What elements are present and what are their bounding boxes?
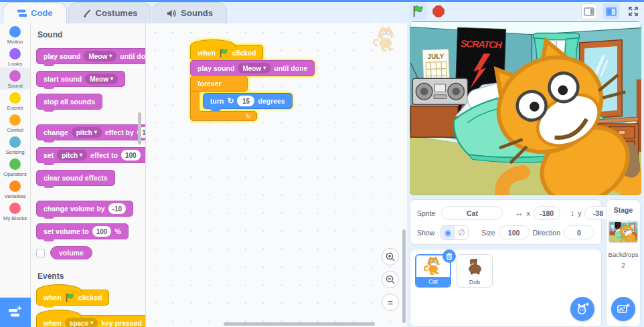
- script-block-turn-degrees[interactable]: turn ↻ 15 degrees: [203, 93, 293, 109]
- turn-clockwise-icon: ↻: [227, 96, 234, 106]
- sprite-card-cat[interactable]: Cat: [415, 254, 451, 288]
- tab-code[interactable]: Code: [3, 2, 67, 23]
- chevron-down-icon: ▾: [110, 76, 113, 82]
- direction-label: Direction: [533, 229, 560, 237]
- block-text: set: [44, 151, 54, 159]
- script-workspace[interactable]: when clicked play sound Meow▾ until done…: [146, 23, 407, 327]
- sprite-list-panel: Cat Dob: [410, 249, 602, 327]
- eye-hidden-icon: ∅: [458, 228, 465, 237]
- zoom-out-button[interactable]: [382, 271, 399, 288]
- show-sprite-button[interactable]: ◉: [441, 226, 455, 239]
- block-text: when: [44, 319, 62, 327]
- sidebar-item-variables[interactable]: Variables: [0, 178, 30, 200]
- zoom-reset-button[interactable]: =: [382, 294, 399, 311]
- code-blocks-icon: [17, 9, 27, 18]
- stage-selector-panel[interactable]: Stage Backdrops 2: [606, 199, 641, 327]
- value-input[interactable]: 15: [237, 96, 254, 106]
- delete-sprite-button[interactable]: [442, 249, 456, 263]
- script-block-when-flag-clicked[interactable]: when clicked: [190, 45, 263, 61]
- fullscreen-button[interactable]: [625, 3, 641, 19]
- green-flag-button[interactable]: [410, 3, 427, 20]
- large-stage-layout-button[interactable]: [603, 3, 619, 19]
- equals-icon: =: [388, 298, 393, 308]
- workspace-vertical-scrollbar[interactable]: [402, 229, 406, 323]
- running-script-stack[interactable]: when clicked play sound Meow▾ until done…: [190, 38, 315, 121]
- sprite-name-input[interactable]: [441, 206, 503, 220]
- palette-block-change-pitch[interactable]: change pitch▾ effect by 10: [36, 124, 146, 140]
- sidebar-item-sensing[interactable]: Sensing: [0, 134, 30, 156]
- effect-dropdown[interactable]: pitch▾: [57, 150, 87, 160]
- forever-body: turn ↻ 15 degrees: [190, 91, 315, 112]
- value-input[interactable]: 100: [92, 226, 112, 237]
- block-text: change: [44, 128, 68, 136]
- hide-sprite-button[interactable]: ∅: [455, 226, 468, 239]
- palette-block-clear-sound-effects[interactable]: clear sound effects: [36, 170, 115, 186]
- forever-bottom-arm[interactable]: ↻: [190, 111, 257, 121]
- stage-canvas[interactable]: [410, 21, 641, 195]
- palette-block-when-key-pressed[interactable]: when space▾ key pressed: [36, 315, 146, 327]
- sprite-card-dob[interactable]: Dob: [457, 254, 493, 288]
- y-position-icon: ↕: [570, 208, 575, 218]
- sound-dot-icon: [9, 70, 21, 82]
- workspace-zoom-controls: =: [382, 248, 399, 311]
- motion-dot-icon: [9, 26, 21, 37]
- sidebar-item-motion[interactable]: Motion: [0, 23, 30, 45]
- loop-arrow-icon: ↻: [246, 112, 251, 120]
- sidebar-item-events[interactable]: Events: [0, 90, 30, 112]
- chevron-down-icon: ▾: [94, 130, 97, 135]
- sound-dropdown[interactable]: Meow▾: [85, 74, 118, 84]
- workspace-horizontal-scrollbar[interactable]: [224, 322, 375, 326]
- volume-monitor-checkbox[interactable]: [36, 249, 45, 257]
- palette-block-set-volume[interactable]: set volume to 100 %: [36, 223, 129, 239]
- add-extension-button[interactable]: [0, 298, 31, 327]
- palette-block-set-pitch[interactable]: set pitch▾ effect to 100: [36, 147, 146, 163]
- palette-block-play-sound-until-done[interactable]: play sound Meow▾ until done: [36, 48, 146, 64]
- value-input[interactable]: -10: [108, 203, 126, 214]
- sound-dropdown[interactable]: Meow▾: [238, 63, 270, 74]
- bedroom-backdrop: [410, 21, 641, 195]
- effect-dropdown[interactable]: pitch▾: [72, 127, 102, 138]
- direction-input[interactable]: [564, 225, 594, 239]
- palette-scrollbar[interactable]: [138, 112, 141, 144]
- tab-sounds[interactable]: Sounds: [153, 2, 227, 23]
- size-input[interactable]: [499, 225, 530, 239]
- sound-dropdown[interactable]: Meow▾: [84, 51, 116, 62]
- block-text: stop all sounds: [44, 98, 95, 106]
- sidebar-item-myblocks[interactable]: My Blocks: [0, 200, 30, 222]
- stop-button[interactable]: [430, 3, 447, 20]
- zoom-in-button[interactable]: [382, 248, 399, 265]
- backdrop-thumbnail[interactable]: [609, 221, 638, 243]
- palette-block-start-sound[interactable]: start sound Meow▾: [36, 71, 125, 87]
- x-label: x: [526, 209, 530, 217]
- block-text: when: [44, 294, 62, 302]
- operators-dot-icon: [9, 158, 21, 170]
- palette-block-volume-reporter[interactable]: volume: [50, 246, 92, 259]
- add-sprite-button[interactable]: [570, 297, 594, 321]
- block-text: clear sound effects: [44, 174, 108, 182]
- sidebar-item-sound[interactable]: Sound: [0, 68, 30, 90]
- palette-block-stop-all-sounds[interactable]: stop all sounds: [36, 94, 102, 110]
- x-position-input[interactable]: [534, 206, 560, 220]
- sidebar-item-looks[interactable]: Looks: [0, 45, 30, 68]
- trash-icon: [446, 253, 453, 260]
- chevron-down-icon: ▾: [80, 152, 82, 158]
- block-text: turn: [210, 97, 224, 105]
- tab-costumes[interactable]: Costumes: [68, 2, 152, 23]
- variables-dot-icon: [9, 181, 21, 192]
- sidebar-item-operators[interactable]: Operators: [0, 156, 30, 178]
- script-block-forever[interactable]: forever: [190, 76, 248, 92]
- script-block-play-sound-until-done[interactable]: play sound Meow▾ until done: [190, 60, 315, 76]
- small-stage-layout-button[interactable]: [581, 3, 597, 19]
- palette-block-change-volume[interactable]: change volume by -10: [36, 201, 133, 217]
- block-text: when: [197, 49, 216, 57]
- block-text: until done: [274, 64, 307, 72]
- block-text: change volume by: [44, 205, 105, 213]
- stage-panel-title: Stage: [614, 206, 633, 214]
- value-input[interactable]: 100: [121, 150, 141, 160]
- key-dropdown[interactable]: space▾: [65, 318, 98, 327]
- palette-block-when-flag-clicked[interactable]: when clicked: [36, 290, 109, 306]
- sidebar-item-control[interactable]: Control: [0, 112, 30, 134]
- block-text: until done: [120, 52, 146, 60]
- add-backdrop-button[interactable]: [611, 297, 635, 321]
- tab-costumes-label: Costumes: [96, 8, 138, 18]
